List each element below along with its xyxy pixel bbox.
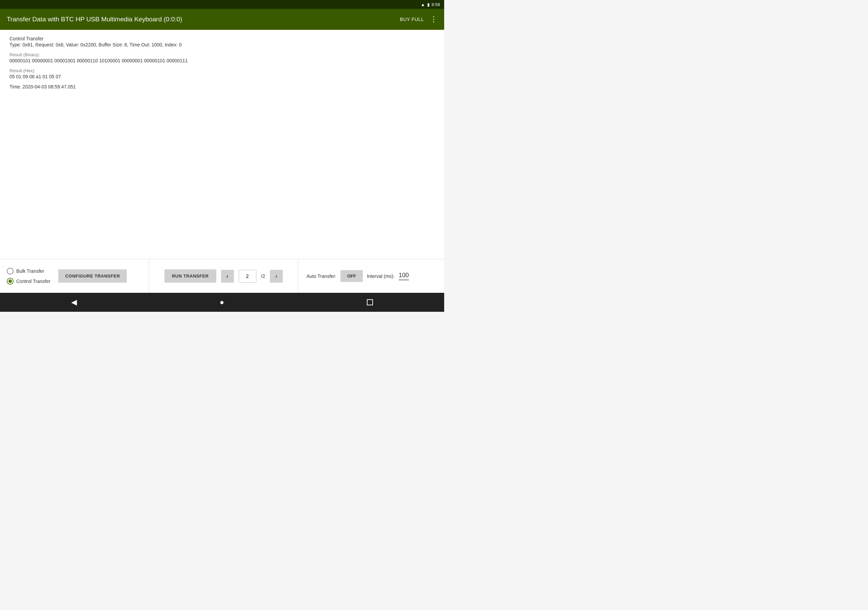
next-page-button[interactable]: › xyxy=(270,270,283,283)
auto-transfer-label: Auto Transfer: xyxy=(307,274,336,279)
result-hex-value: 05 01 09 06 a1 01 05 07 xyxy=(9,74,435,79)
bulk-transfer-label: Bulk Transfer xyxy=(16,268,44,274)
back-nav-icon[interactable]: ◀ xyxy=(71,298,77,307)
main-content: Control Transfer Type: 0x81, Request: 0x… xyxy=(0,30,444,259)
auto-transfer-section: Auto Transfer: OFF Interval (ms): 100 xyxy=(298,259,444,293)
interval-label: Interval (ms): xyxy=(367,274,395,279)
prev-page-button[interactable]: ‹ xyxy=(221,270,234,283)
total-pages: /2 xyxy=(261,273,265,279)
result-binary-label: Result (Binary): xyxy=(9,52,435,57)
auto-transfer-toggle[interactable]: OFF xyxy=(340,270,363,282)
control-transfer-radio-circle[interactable] xyxy=(7,278,14,285)
result-hex-section: Result (Hex): 05 01 09 06 a1 01 05 07 xyxy=(9,68,435,79)
more-options-icon[interactable]: ⋮ xyxy=(430,15,437,24)
result-binary-section: Result (Binary): 00000101 00000001 00001… xyxy=(9,52,435,63)
transfer-type-info: Type: 0x81, Request: 0x6, Value: 0x2200,… xyxy=(9,42,435,48)
interval-value[interactable]: 100 xyxy=(399,272,409,280)
transfer-type-radio-group: Bulk Transfer Control Transfer xyxy=(7,268,50,285)
bottom-bar: Bulk Transfer Control Transfer CONFIGURE… xyxy=(0,259,444,293)
time-value: Time: 2020-04-03 08:59:47.051 xyxy=(9,84,435,90)
recents-nav-icon[interactable] xyxy=(367,299,373,305)
time-section: Time: 2020-04-03 08:59:47.051 xyxy=(9,84,435,90)
configure-transfer-button[interactable]: CONFIGURE TRANSFER xyxy=(58,269,127,283)
result-binary-value: 00000101 00000001 00001001 00000110 1010… xyxy=(9,58,435,63)
transfer-type-label: Control Transfer xyxy=(9,36,435,41)
bulk-transfer-radio-circle[interactable] xyxy=(7,268,14,274)
wifi-icon: ▲ xyxy=(421,2,425,7)
status-icons: ▲ ▮ 8:59 xyxy=(421,2,440,7)
app-actions: BUY FULL ⋮ xyxy=(400,15,437,24)
control-transfer-section: Control Transfer Type: 0x81, Request: 0x… xyxy=(9,36,435,48)
run-transfer-button[interactable]: RUN TRANSFER xyxy=(164,269,216,283)
run-transfer-section: RUN TRANSFER ‹ /2 › xyxy=(149,259,298,293)
control-transfer-radio[interactable]: Control Transfer xyxy=(7,278,50,285)
app-title: Transfer Data with BTC HP USB Multimedia… xyxy=(7,15,182,23)
nav-bar: ◀ ● xyxy=(0,293,444,312)
transfer-type-section: Bulk Transfer Control Transfer CONFIGURE… xyxy=(0,259,149,293)
control-transfer-label: Control Transfer xyxy=(16,279,50,284)
result-hex-label: Result (Hex): xyxy=(9,68,435,73)
page-number-input[interactable] xyxy=(239,270,256,283)
status-bar: ▲ ▮ 8:59 xyxy=(0,0,444,9)
battery-icon: ▮ xyxy=(427,2,429,7)
chevron-left-icon: ‹ xyxy=(226,273,228,279)
status-time: 8:59 xyxy=(432,2,440,7)
home-nav-icon[interactable]: ● xyxy=(220,298,224,307)
chevron-right-icon: › xyxy=(275,273,277,279)
bulk-transfer-radio[interactable]: Bulk Transfer xyxy=(7,268,50,274)
buy-full-button[interactable]: BUY FULL xyxy=(400,17,424,22)
app-bar: Transfer Data with BTC HP USB Multimedia… xyxy=(0,9,444,30)
